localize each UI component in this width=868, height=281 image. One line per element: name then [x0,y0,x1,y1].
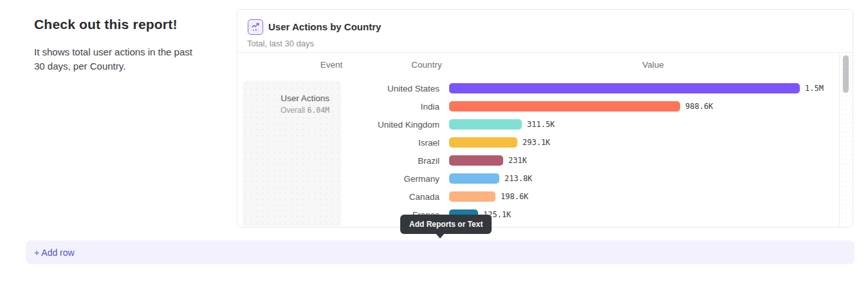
value-label: 213.8K [504,174,532,183]
report-table: Event Country Value User Actions Overall… [238,53,852,226]
bar-row: France125.1K [238,206,838,224]
bar-rows: United States1.5MIndia988.6KUnited Kingd… [238,79,838,224]
add-row-label: + Add row [34,247,75,258]
value-bar [449,137,517,148]
report-card-header: User Actions by Country Total, last 30 d… [237,10,853,53]
add-row-button[interactable]: + Add row [26,240,854,264]
country-label: Brazil [238,156,439,166]
add-reports-tooltip: Add Reports or Text [400,215,492,234]
bar-row: Brazil231K [238,151,838,170]
scrollbar-thumb[interactable] [843,55,849,93]
country-label: Israel [238,138,439,148]
report-card-subtitle: Total, last 30 days [247,39,314,48]
bar-row: India988.6K [238,97,838,115]
report-card-title: User Actions by Country [268,21,381,32]
bar-row: Canada198.6K [238,188,838,206]
column-header-event: Event [293,60,370,70]
value-bar [449,173,499,184]
country-label: United States [238,84,439,93]
country-label: India [238,102,439,111]
country-label: Canada [238,192,439,202]
tooltip-caret-icon [436,233,445,238]
bar-row: United Kingdom311.5K [238,115,838,133]
country-label: United Kingdom [238,120,439,130]
value-bar [449,155,503,166]
chart-icon [248,19,263,35]
column-header-country: Country [388,60,465,70]
report-page: Check out this report! It shows total us… [0,0,868,281]
value-label: 1.5M [805,84,824,93]
report-card[interactable]: User Actions by Country Total, last 30 d… [237,9,853,228]
value-bar [449,191,495,202]
value-label: 231K [508,156,527,165]
intro-block: Check out this report! It shows total us… [34,17,195,73]
bar-row: Germany213.8K [238,170,838,188]
value-label: 988.6K [685,102,713,111]
page-description: It shows total user actions in the past … [34,45,195,73]
country-label: Germany [238,174,439,184]
value-bar [449,101,680,111]
scrollbar-track[interactable] [839,53,852,226]
value-bar [449,83,800,93]
column-header-value: Value [614,60,692,70]
page-title: Check out this report! [34,17,195,32]
value-label: 198.6K [501,192,528,201]
bar-row: Israel293.1K [238,133,838,151]
bar-row: United States1.5M [238,79,838,97]
value-label: 293.1K [522,138,550,147]
value-label: 311.5K [527,120,555,129]
value-bar [449,119,522,130]
